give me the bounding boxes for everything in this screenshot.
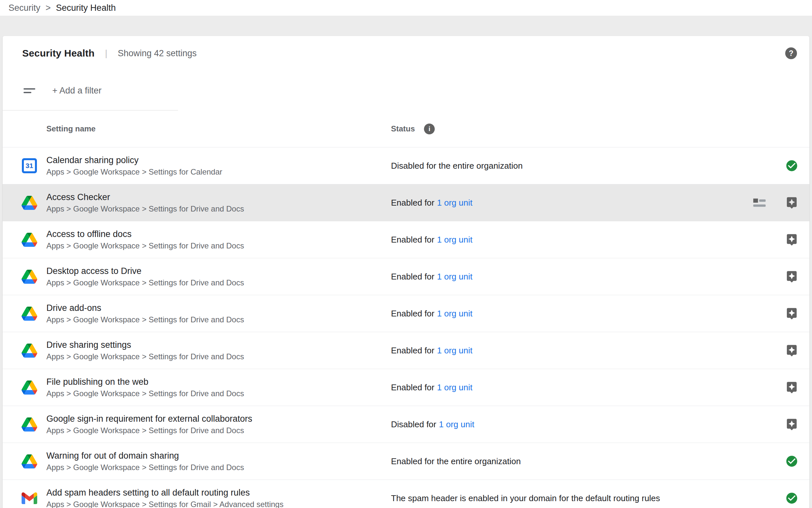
info-icon[interactable]: i: [424, 124, 435, 134]
app-icon: [21, 380, 37, 395]
gmail-icon: [21, 492, 37, 504]
recommendation-flag-icon[interactable]: [785, 307, 798, 320]
table-row[interactable]: Google sign-in requirement for external …: [3, 406, 809, 442]
security-health-card: Security Health | Showing 42 settings ? …: [3, 36, 809, 508]
setting-path: Apps > Google Workspace > Settings for D…: [46, 278, 244, 288]
filter-divider: [3, 110, 178, 111]
add-filter-button[interactable]: + Add a filter: [52, 86, 102, 96]
app-icon: [21, 454, 37, 469]
recommendation-flag-icon[interactable]: [785, 233, 798, 246]
recommendation-flag-icon[interactable]: [785, 270, 798, 283]
column-setting-name: Setting name: [46, 124, 96, 133]
status-text: Enabled for: [391, 272, 434, 282]
check-circle-icon: [785, 159, 798, 172]
app-icon: [21, 269, 37, 284]
drive-icon: [21, 196, 37, 210]
table-row[interactable]: Desktop access to Drive Apps > Google Wo…: [3, 258, 809, 295]
filter-bar: + Add a filter: [3, 71, 809, 111]
drive-icon: [21, 307, 37, 321]
calendar-icon-label: 31: [24, 160, 35, 171]
table-row[interactable]: Access to offline docs Apps > Google Wor…: [3, 221, 809, 258]
table-row[interactable]: Add spam headers setting to all default …: [3, 479, 809, 508]
setting-title[interactable]: Access to offline docs: [46, 228, 244, 240]
app-icon: [21, 195, 37, 211]
drive-icon: [21, 344, 37, 357]
org-unit-link[interactable]: 1 org unit: [437, 345, 472, 356]
breadcrumb: Security > Security Health: [0, 0, 812, 16]
card-header: Security Health | Showing 42 settings ?: [3, 36, 809, 71]
setting-path: Apps > Google Workspace > Settings for D…: [46, 204, 244, 214]
settings-count: Showing 42 settings: [117, 48, 197, 58]
app-icon: [21, 490, 37, 506]
drive-icon: [21, 417, 37, 431]
filter-icon: [23, 88, 36, 93]
table-row[interactable]: Drive add-ons Apps > Google Workspace > …: [3, 295, 809, 332]
setting-path: Apps > Google Workspace > Settings for D…: [46, 352, 244, 362]
setting-path: Apps > Google Workspace > Settings for D…: [46, 241, 244, 251]
setting-path: Apps > Google Workspace > Settings for D…: [46, 426, 252, 435]
setting-title[interactable]: Google sign-in requirement for external …: [46, 413, 252, 425]
org-unit-link[interactable]: 1 org unit: [437, 308, 472, 319]
setting-title[interactable]: Access Checker: [46, 192, 244, 203]
breadcrumb-security-health: Security Health: [56, 3, 115, 13]
drive-icon: [21, 454, 37, 468]
setting-path: Apps > Google Workspace > Settings for D…: [46, 389, 244, 398]
status-text: Disabled for: [391, 419, 436, 429]
app-icon: [21, 417, 37, 432]
table-header: Setting name Status i: [3, 111, 809, 147]
table-row[interactable]: 31 Calendar sharing policy Apps > Google…: [3, 147, 809, 184]
calendar-icon: 31: [22, 158, 37, 173]
status-text: Enabled for: [391, 308, 434, 319]
table-body: 31 Calendar sharing policy Apps > Google…: [3, 147, 809, 508]
org-unit-icon: [753, 197, 767, 209]
status-text: The spam header is enabled in your domai…: [391, 493, 660, 503]
setting-title[interactable]: Add spam headers setting to all default …: [46, 487, 284, 499]
recommendation-flag-icon[interactable]: [785, 196, 798, 209]
check-circle-icon: [785, 455, 798, 468]
setting-title[interactable]: Drive sharing settings: [46, 339, 244, 351]
column-status: Status: [391, 124, 415, 133]
breadcrumb-separator-icon: >: [46, 3, 51, 13]
setting-title[interactable]: File publishing on the web: [46, 376, 244, 388]
org-unit-link[interactable]: 1 org unit: [439, 419, 474, 429]
org-unit-link[interactable]: 1 org unit: [437, 272, 472, 282]
status-text: Enabled for the entire organization: [391, 456, 521, 466]
app-icon: 31: [21, 158, 37, 174]
app-icon: [21, 306, 37, 321]
setting-title[interactable]: Calendar sharing policy: [46, 155, 223, 166]
app-icon: [21, 343, 37, 358]
check-circle-icon: [785, 492, 798, 505]
setting-path: Apps > Google Workspace > Settings for C…: [46, 167, 223, 177]
status-text: Enabled for: [391, 382, 434, 393]
drive-icon: [21, 233, 37, 247]
setting-title[interactable]: Desktop access to Drive: [46, 265, 244, 277]
page-title: Security Health: [22, 48, 94, 59]
org-unit-link[interactable]: 1 org unit: [437, 198, 472, 208]
org-unit-link[interactable]: 1 org unit: [437, 235, 472, 245]
app-icon: [21, 232, 37, 248]
status-text: Disabled for the entire organization: [391, 161, 523, 171]
title-separator: |: [105, 48, 107, 58]
table-row[interactable]: Warning for out of domain sharing Apps >…: [3, 442, 809, 479]
setting-title[interactable]: Warning for out of domain sharing: [46, 450, 244, 462]
recommendation-flag-icon[interactable]: [785, 381, 798, 394]
status-text: Enabled for: [391, 345, 434, 356]
setting-path: Apps > Google Workspace > Settings for D…: [46, 315, 244, 325]
table-row[interactable]: File publishing on the web Apps > Google…: [3, 369, 809, 406]
org-unit-link[interactable]: 1 org unit: [437, 382, 472, 393]
setting-path: Apps > Google Workspace > Settings for G…: [46, 500, 284, 508]
breadcrumb-security[interactable]: Security: [8, 3, 41, 13]
drive-icon: [21, 270, 37, 284]
setting-path: Apps > Google Workspace > Settings for D…: [46, 463, 244, 472]
status-text: Enabled for: [391, 235, 434, 245]
table-row[interactable]: Access Checker Apps > Google Workspace >…: [3, 184, 809, 221]
drive-icon: [21, 381, 37, 394]
table-row[interactable]: Drive sharing settings Apps > Google Wor…: [3, 332, 809, 369]
setting-title[interactable]: Drive add-ons: [46, 302, 244, 314]
help-icon[interactable]: ?: [785, 47, 797, 59]
status-text: Enabled for: [391, 198, 434, 208]
recommendation-flag-icon[interactable]: [785, 344, 798, 357]
recommendation-flag-icon[interactable]: [785, 418, 798, 431]
